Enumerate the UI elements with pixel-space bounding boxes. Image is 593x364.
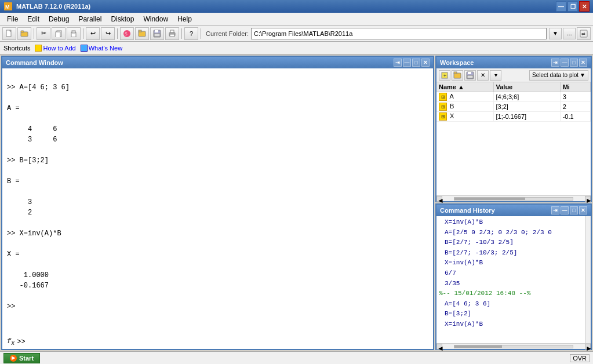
var-name-cell: ⊞ B — [436, 102, 493, 112]
hist-scroll-track[interactable] — [454, 345, 573, 348]
history-item[interactable]: X=inv(A)*B — [439, 258, 583, 268]
start-button[interactable]: ▶ Start — [3, 353, 40, 363]
restore-button[interactable]: ❐ — [567, 1, 578, 12]
var-name-cell: ⊞ X — [436, 112, 493, 122]
menu-window[interactable]: Window — [139, 13, 173, 25]
ws-scrollbar[interactable]: ◄ ► — [436, 195, 591, 201]
cmd-minimize-button[interactable]: — — [403, 59, 411, 67]
toolbar-sep-4 — [181, 28, 182, 39]
toolbar-sep-1 — [34, 28, 34, 39]
current-folder-input[interactable] — [251, 28, 547, 39]
svg-rect-17 — [170, 30, 174, 32]
undo-button[interactable]: ↩ — [86, 27, 100, 40]
main-toolbar: ✂ ↩ ↪ S ? Current Folder: ▼ … ⇄ — [0, 26, 593, 42]
svg-text:+: + — [443, 73, 446, 79]
history-list: X=inv(A)*BA=[2/5 0 2/3; 0 2/3 0; 2/3 0B=… — [436, 216, 585, 343]
cmd-close-button[interactable]: ✕ — [421, 59, 430, 67]
open-button[interactable] — [17, 27, 31, 40]
workspace-table: Name ▲ Value Mi ⊞ A [4;6;3;6] 3 ⊞ B [3;2… — [436, 82, 591, 195]
ws-scroll-track[interactable] — [454, 197, 573, 201]
menu-debug[interactable]: Debug — [44, 13, 74, 25]
shortcut-icon-2 — [81, 45, 88, 52]
history-item[interactable]: B=[3;2] — [439, 309, 583, 319]
new-file-button[interactable] — [2, 27, 16, 40]
shortcut-how-to-add[interactable]: How to Add — [35, 45, 75, 52]
history-title: Command History — [440, 207, 550, 214]
toolbar-sep-3 — [117, 28, 118, 39]
hist-minimize-button[interactable]: — — [561, 206, 569, 214]
var-matrix-icon: ⊞ — [439, 103, 447, 111]
ws-scroll-left[interactable]: ◄ — [436, 196, 442, 202]
table-row[interactable]: ⊞ B [3;2] 2 — [436, 102, 591, 112]
history-item[interactable]: B=[2/7; -10/3; 2/5] — [439, 248, 583, 259]
svg-rect-12 — [139, 30, 141, 32]
hist-maximize-button[interactable]: □ — [570, 206, 578, 214]
save-button[interactable] — [150, 27, 164, 40]
ws-more-button[interactable]: ▾ — [490, 70, 501, 81]
output-A-label: A = 4 6 3 6 — [7, 104, 57, 144]
menu-parallel[interactable]: Parallel — [74, 13, 106, 25]
paste-button[interactable] — [67, 27, 81, 40]
redo-button[interactable]: ↪ — [101, 27, 115, 40]
history-item[interactable]: 3/35 — [439, 279, 583, 289]
toolbar-sep-2 — [83, 28, 83, 39]
menu-edit[interactable]: Edit — [23, 13, 44, 25]
cmd-maximize-button[interactable]: □ — [412, 59, 420, 67]
hist-scroll-left[interactable]: ◄ — [436, 344, 442, 350]
prompt-4: >> — [7, 303, 15, 311]
navigate-button[interactable]: ⇄ — [577, 27, 591, 40]
prompt-3: >> — [7, 230, 20, 238]
shortcuts-label: Shortcuts — [3, 45, 30, 52]
browse-folder-button[interactable]: ▼ — [549, 28, 562, 39]
history-item[interactable]: A=[2/5 0 2/3; 0 2/3 0; 2/3 0 — [439, 228, 583, 238]
var-min-cell: 2 — [560, 102, 590, 112]
ws-scroll-right[interactable]: ► — [585, 196, 591, 202]
history-item[interactable]: X=inv(A)*B — [439, 319, 583, 330]
history-item[interactable]: A=[4 6; 3 6] — [439, 299, 583, 310]
svg-rect-18 — [170, 34, 174, 37]
menu-file[interactable]: File — [2, 13, 23, 25]
ws-new-var-button[interactable]: + — [439, 70, 450, 81]
ws-maximize-button[interactable]: □ — [570, 59, 578, 67]
simulink-button[interactable]: S — [120, 27, 134, 40]
ws-open-button[interactable] — [452, 70, 463, 81]
ws-delete-button[interactable]: ✕ — [477, 70, 489, 81]
status-bar: ▶ Start OVR — [0, 351, 593, 364]
var-value-cell: [1;-0.1667] — [493, 112, 560, 122]
table-row[interactable]: ⊞ A [4;6;3;6] 3 — [436, 92, 591, 102]
history-item[interactable]: X=inv(A)*B — [439, 217, 583, 228]
col-name: Name ▲ — [436, 82, 493, 92]
ws-undock-button[interactable]: ⇥ — [551, 59, 559, 67]
history-scrollbar[interactable] — [585, 216, 591, 343]
app-icon: M — [3, 2, 13, 11]
col-min: Mi — [560, 82, 590, 92]
browse-button[interactable]: … — [563, 28, 576, 39]
cmd-undock-button[interactable]: ⇥ — [394, 59, 402, 67]
ws-close-button[interactable]: ✕ — [579, 59, 587, 67]
minimize-button[interactable]: — — [556, 1, 566, 12]
menu-disktop[interactable]: Disktop — [106, 13, 139, 25]
close-button[interactable]: ✕ — [579, 1, 590, 12]
history-item[interactable]: B=[2/7; -10/3 2/5] — [439, 238, 583, 248]
select-plot-button[interactable]: Select data to plot ▼ — [529, 70, 588, 81]
hist-undock-button[interactable]: ⇥ — [551, 206, 559, 214]
history-item[interactable]: %-- 15/01/2012 16:48 --% — [439, 289, 583, 299]
hist-hscrollbar[interactable]: ◄ ► — [436, 343, 591, 349]
hist-scroll-right[interactable]: ► — [585, 344, 591, 350]
var-matrix-icon: ⊞ — [439, 93, 447, 101]
help-button[interactable]: ? — [184, 27, 198, 40]
hist-close-button[interactable]: ✕ — [579, 206, 587, 214]
ws-save-button[interactable] — [464, 70, 476, 81]
start-label: Start — [19, 355, 34, 362]
copy-button[interactable] — [52, 27, 66, 40]
shortcut-whats-new[interactable]: What's New — [81, 45, 122, 52]
print-button[interactable] — [165, 27, 179, 40]
cut-button[interactable]: ✂ — [37, 27, 50, 40]
ws-minimize-button[interactable]: — — [561, 59, 569, 67]
menu-help[interactable]: Help — [173, 13, 197, 25]
command-output[interactable]: >> A=[4 6; 3 6] A = 4 6 3 6 >> B=[3;2] B… — [2, 68, 433, 337]
history-item[interactable]: 6/7 — [439, 268, 583, 279]
table-row[interactable]: ⊞ X [1;-0.1667] -0.1 — [436, 112, 591, 122]
main-content: Command Window ⇥ — □ ✕ >> A=[4 6; 3 6] A… — [0, 54, 593, 351]
open-file2-button[interactable] — [135, 27, 149, 40]
